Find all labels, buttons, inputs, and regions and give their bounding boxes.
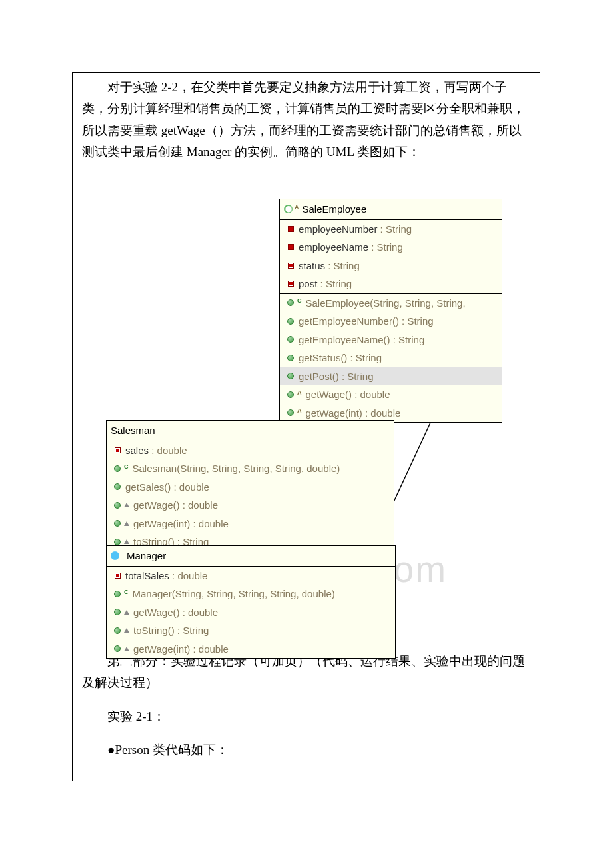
method-icon [287,335,295,343]
constructor-marker: C [124,462,129,472]
method-icon [287,354,295,362]
method-row: getWage(int) : double [107,640,395,659]
override-icon [113,645,121,653]
uml-diagram-area: www.bdocx.com ⬤ A SaleEmployee employeeN… [73,165,540,639]
method-icon [113,483,121,491]
class-header: ⬤ A SaleEmployee [280,199,502,220]
method-label: getWage(int) : double [133,515,229,533]
field-row: post : String [280,275,502,293]
abstract-method-icon [287,391,295,399]
document-frame: 对于实验 2-2，在父类中首先要定义抽象方法用于计算工资，再写两个子类，分别计算… [72,72,540,781]
field-row: status : String [280,257,502,275]
method-icon [287,372,295,380]
method-label: getPost() : String [299,368,374,385]
method-row: getEmployeeName() : String [280,331,502,349]
abstract-method-icon [287,409,295,417]
constructor-icon [287,299,295,307]
method-label: getSales() : double [125,479,209,496]
method-label: getStatus() : String [299,349,382,367]
field-icon [287,243,295,251]
field-icon [113,446,121,454]
class-header: Salesman [107,421,394,441]
method-label: toString() : String [133,622,209,639]
constructor-marker: C [297,296,302,306]
method-label: getWage() : double [133,497,218,514]
field-icon [287,280,295,288]
class-name: Manager [127,547,166,565]
override-marker [124,503,129,507]
field-name: employeeNumber [299,223,377,235]
field-name: status [299,260,325,271]
method-label: getWage(int) : double [133,641,229,658]
override-marker [124,610,129,615]
intro-text: 对于实验 2-2，在父类中首先要定义抽象方法用于计算工资，再写两个子类，分别计算… [82,77,530,163]
abstract-marker: A [297,388,302,398]
field-row: employeeName : String [280,238,502,257]
method-icon [287,317,295,325]
intro-paragraph: 对于实验 2-2，在父类中首先要定义抽象方法用于计算工资，再写两个子类，分别计算… [73,73,540,165]
method-label: SaleEmployee(String, String, String, [306,295,466,312]
method-row: C Manager(String, String, String, String… [107,585,395,603]
field-name: totalSales [125,570,169,581]
field-icon [287,261,295,269]
field-name: sales [125,445,149,456]
field-type: String [377,241,403,253]
uml-class-salesman: Salesman sales : double C Salesman(Strin… [106,420,394,552]
constructor-icon [113,590,121,598]
class-icon [111,551,119,560]
constructor-marker: C [124,587,129,597]
abstract-marker: A [295,203,299,213]
override-marker [124,521,129,526]
method-label: getWage() : double [306,386,390,403]
method-label: getWage(int) : double [306,405,401,422]
class-body: totalSales : double C Manager(String, St… [107,567,395,659]
methods-section: C SaleEmployee(String, String, String, g… [280,294,502,423]
override-marker [124,628,129,633]
method-row: getWage(int) : double [107,515,394,533]
method-row-selected: getPost() : String [280,367,502,386]
method-row: getStatus() : String [280,349,502,367]
fields-section: employeeNumber : String employeeName : S… [280,220,502,294]
field-icon [113,571,121,579]
method-row: getWage() : double [107,603,395,622]
field-type: String [386,223,412,235]
method-row: getSales() : double [107,478,394,497]
method-label: Manager(String, String, String, String, … [133,585,335,603]
field-icon [287,225,295,233]
override-marker [124,647,129,651]
class-body: sales : double C Salesman(String, String… [107,441,394,551]
constructor-icon [113,465,121,473]
field-type: double [157,445,187,456]
method-row: toString() : String [107,621,395,640]
method-label: getEmployeeName() : String [299,331,424,349]
field-name: employeeName [299,241,368,253]
uml-class-saleemployee: ⬤ A SaleEmployee employeeNumber : String… [279,199,502,423]
field-row: sales : double [107,441,394,460]
field-row: employeeNumber : String [280,220,502,239]
abstract-marker: A [297,406,302,416]
method-row: C SaleEmployee(String, String, String, [280,294,502,313]
method-label: getEmployeeNumber() : String [299,313,434,330]
override-icon [113,519,121,527]
method-row: getEmployeeNumber() : String [280,312,502,331]
field-type: double [177,570,207,581]
uml-class-manager: Manager totalSales : double C Manager(St… [106,545,396,659]
override-marker [124,539,129,544]
part2-section: 第二部分：实验过程记录（可加页）（代码、运行结果、实验中出现的问题及解决过程） … [73,639,540,781]
override-icon [113,538,121,546]
method-row: A getWage(int) : double [280,404,502,423]
method-label: Salesman(String, String, String, String,… [133,460,340,477]
part2-sub1: 实验 2-1： [82,706,530,727]
part2-sub2: ●Person 类代码如下： [82,739,530,761]
class-header: Manager [107,546,395,567]
field-type: String [326,278,352,289]
class-name: Salesman [111,422,155,439]
method-row: A getWage() : double [280,385,502,404]
field-row: totalSales : double [107,567,395,585]
field-type: String [334,260,360,271]
override-icon [113,501,121,509]
override-icon [113,608,121,616]
field-name: post [299,278,317,289]
method-row: getWage() : double [107,496,394,515]
method-label: getWage() : double [133,604,218,621]
